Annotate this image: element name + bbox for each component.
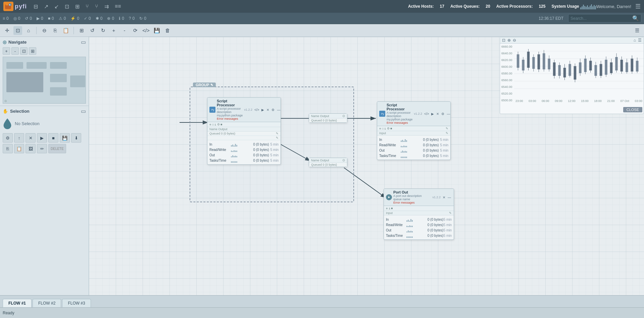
ic-play[interactable]: ▶ 0	[37, 16, 43, 21]
portout-desc: A port out description	[393, 194, 431, 198]
toolbar-icon-5[interactable]: ⊞	[75, 3, 80, 10]
fit-btn[interactable]: ⊞	[77, 26, 86, 35]
group-edit-icon[interactable]: ✎	[210, 83, 213, 87]
ic-question[interactable]: ? 0	[129, 16, 135, 21]
node2-desc: A script processor description	[387, 111, 412, 118]
home-btn[interactable]: ⌂	[24, 26, 33, 35]
x-label-1: 23:00	[515, 99, 523, 103]
sel-delete-btn[interactable]: DELETE	[48, 144, 66, 153]
sel-save-btn[interactable]: 💾	[60, 133, 70, 143]
chart-zoom-out-icon[interactable]: ⊖	[513, 38, 516, 43]
sel-img-btn[interactable]: 🖼	[26, 144, 36, 153]
portout-pkg: queue name	[393, 198, 431, 201]
node2-play-btn[interactable]: ▶	[431, 112, 435, 116]
node1-close-btn[interactable]: —	[276, 108, 281, 112]
sel-download-btn[interactable]: ⬇	[71, 133, 81, 143]
paste-btn[interactable]: 📋	[61, 26, 70, 35]
ic-undo[interactable]: ↺ 0	[25, 16, 32, 21]
fit-view-btn[interactable]: ⊡	[20, 47, 28, 55]
y-axis: 6660.00 6640.00 6620.00 6600.00 6580.00 …	[500, 44, 514, 103]
sel-paste-btn[interactable]: 📋	[14, 144, 24, 153]
node1-code-btn[interactable]: </>	[254, 108, 260, 112]
plus-btn[interactable]: +	[109, 26, 118, 35]
ic-warning[interactable]: ⚠ 0	[59, 16, 66, 21]
navigate-title: ◎ Navigate	[3, 40, 27, 45]
flow-tab-2[interactable]: FLOW #2	[33, 299, 61, 307]
ic-plus-circle[interactable]: ⊕ 0	[107, 16, 114, 21]
ic-messages[interactable]: ≡ 0	[3, 16, 9, 21]
chart-zoom-in-icon[interactable]: ⊕	[507, 38, 511, 43]
selection-collapse-icon[interactable]: ▭	[81, 108, 86, 114]
portout-input-icon: ✎	[449, 211, 452, 215]
search-icon[interactable]: 🔍	[632, 15, 639, 21]
portout-close-btn[interactable]: —	[447, 195, 452, 200]
code-btn[interactable]: </>	[142, 26, 150, 35]
node1-play-btn[interactable]: ▶	[261, 108, 265, 112]
toolbar-icon-4[interactable]: ⊡	[65, 3, 69, 10]
node1-settings-btn[interactable]: ⚙	[271, 108, 275, 112]
reset-view-btn[interactable]: ⊞	[29, 47, 36, 55]
navigate-collapse-icon[interactable]: ▭	[81, 39, 86, 45]
ic-lightning[interactable]: ⚡ 0	[70, 16, 79, 21]
chart-close-button[interactable]: CLOSE	[623, 107, 642, 112]
node1-queued: Queued 0 (0 bytes)	[209, 132, 235, 135]
toolbar-icon-1[interactable]: ⊟	[34, 3, 38, 10]
ic-stop[interactable]: ■ 0	[48, 16, 54, 21]
sel-stop-btn[interactable]: ■	[48, 133, 58, 143]
node1-x-btn[interactable]: ✕	[266, 108, 270, 112]
zoom-in-btn[interactable]: +	[3, 47, 10, 55]
delete-btn[interactable]: ⊖	[40, 26, 49, 35]
toolbar-icon-6[interactable]: ⑂	[86, 3, 89, 9]
copy-btn[interactable]: ⎘	[51, 26, 59, 35]
canvas[interactable]: GROUP ✎ Py Script Processor A script pro…	[89, 37, 644, 295]
sel-edit-btn[interactable]: ✏	[37, 144, 47, 153]
portout-x-btn[interactable]: ✕	[442, 195, 446, 200]
add-tool-btn[interactable]: ✛	[3, 26, 11, 35]
sel-config-btn[interactable]: ⚙	[3, 133, 13, 143]
node2-x-btn[interactable]: ✕	[436, 112, 440, 116]
hamburger-menu[interactable]: ☰	[635, 3, 641, 10]
chart-toolbar-right[interactable]: ⌂ ☰	[634, 38, 642, 43]
save-btn[interactable]: 💾	[152, 26, 161, 35]
ic-check[interactable]: ✓ 0	[84, 16, 91, 21]
ic-circle[interactable]: ◎ 0	[13, 16, 20, 21]
x-label-9: 07 Oct	[620, 99, 629, 103]
redo-btn[interactable]: ↻	[99, 26, 107, 35]
chart-home-icon[interactable]: ⌂	[634, 38, 636, 43]
toolbar-icon-3[interactable]: ↙	[54, 3, 59, 10]
top-right: Welcome, Darren! ☰	[596, 3, 641, 10]
ic-refresh[interactable]: ↻ 0	[139, 16, 146, 21]
minus-btn[interactable]: -	[120, 26, 129, 35]
navigate-label: Navigate	[8, 40, 27, 45]
y-label-9: 6500.00	[501, 99, 513, 102]
ic-info[interactable]: ℹ 0	[119, 16, 124, 21]
undo-btn[interactable]: ↺	[88, 26, 97, 35]
flow-tab-1[interactable]: FLOW #1	[3, 299, 32, 307]
search-input[interactable]	[571, 16, 631, 21]
chart-zoom-fit-icon[interactable]: ⊡	[502, 38, 505, 43]
sel-x-btn[interactable]: ✕	[26, 133, 36, 143]
select-btn[interactable]: ⊡	[13, 26, 22, 35]
sel-copy-btn[interactable]: ⎘	[3, 144, 13, 153]
chart-menu-icon[interactable]: ☰	[638, 38, 642, 43]
portout-version: v1.2.2	[432, 196, 441, 199]
node2-settings-btn[interactable]: ⚙	[441, 112, 445, 116]
zoom-out-btn[interactable]: -	[11, 47, 19, 55]
trash-btn[interactable]: 🗑	[163, 26, 172, 35]
node1-extra-icons: ⎈ ⊡ ℹ ⚙ ■	[209, 123, 222, 126]
system-usage: System Usage	[551, 3, 596, 9]
node2-code-btn[interactable]: </>	[424, 112, 430, 116]
toolbar-icon-8[interactable]: ⇉	[104, 3, 109, 10]
toolbar-icon-7[interactable]: ⑂	[95, 3, 98, 9]
script-processor-node-2: Py Script Processor A script processor d…	[377, 101, 451, 160]
sel-play-btn[interactable]: ▶	[37, 133, 47, 143]
flow-tab-3[interactable]: FLOW #3	[62, 299, 91, 307]
node2-close-btn[interactable]: —	[446, 112, 451, 116]
toolbar-icon-9[interactable]: ≡≡	[115, 3, 121, 9]
toolbar-icon-2[interactable]: ↗	[44, 3, 48, 10]
ic-asterisk[interactable]: ✱ 0	[96, 16, 103, 21]
refresh-btn[interactable]: ⟳	[131, 26, 140, 35]
node1-desc: A script processor description	[217, 107, 243, 114]
toolbar-menu-btn[interactable]: ☰	[633, 26, 641, 35]
sel-up-btn[interactable]: ↑	[14, 133, 24, 143]
